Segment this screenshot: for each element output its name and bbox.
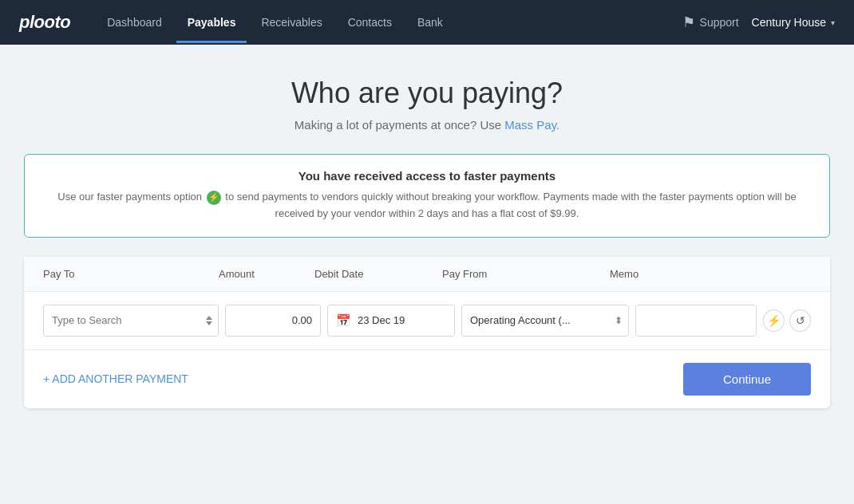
col-header-amount: Amount <box>219 268 314 280</box>
debit-date-field[interactable]: 📅 23 Dec 19 <box>327 305 455 337</box>
col-header-pay-to: Pay To <box>43 268 219 280</box>
support-button[interactable]: ⚑ Support <box>682 14 739 31</box>
amount-input[interactable] <box>225 305 321 337</box>
pay-to-input[interactable] <box>43 305 219 337</box>
col-header-memo: Memo <box>610 268 811 280</box>
page-subtitle: Making a lot of payments at once? Use Ma… <box>295 118 559 132</box>
nav-links: Dashboard Payables Receivables Contacts … <box>96 2 682 43</box>
app-logo[interactable]: plooto <box>19 12 70 33</box>
support-label: Support <box>700 16 739 29</box>
nav-link-receivables[interactable]: Receivables <box>250 2 333 43</box>
lightning-action-icon: ⚡ <box>767 314 781 327</box>
company-selector[interactable]: Century House ▾ <box>752 16 835 29</box>
pay-to-field <box>43 305 219 337</box>
page-content: Who are you paying? Making a lot of paym… <box>0 45 854 427</box>
lightning-icon: ⚡ <box>207 191 221 205</box>
nav-right: ⚑ Support Century House ▾ <box>682 14 835 31</box>
faster-payments-banner: You have received access to faster payme… <box>24 154 830 238</box>
pay-from-select[interactable]: Operating Account (... <box>461 305 629 337</box>
flag-icon: ⚑ <box>682 14 695 31</box>
col-header-pay-from: Pay From <box>442 268 610 280</box>
mass-pay-link[interactable]: Mass Pay. <box>504 118 559 132</box>
banner-title: You have received access to faster payme… <box>47 169 807 183</box>
debit-date-value: 23 Dec 19 <box>358 314 405 326</box>
col-header-debit-date: Debit Date <box>314 268 442 280</box>
company-name: Century House <box>752 16 826 29</box>
banner-body: Use our faster payments option ⚡ to send… <box>47 189 807 222</box>
nav-link-bank[interactable]: Bank <box>406 2 454 43</box>
nav-link-payables[interactable]: Payables <box>176 2 247 43</box>
nav-link-dashboard[interactable]: Dashboard <box>96 2 173 43</box>
memo-input[interactable] <box>635 305 757 337</box>
table-header: Pay To Amount Debit Date Pay From Memo <box>24 257 830 292</box>
chevron-down-icon: ▾ <box>831 18 835 27</box>
repeat-icon: ↺ <box>796 314 805 327</box>
row-actions: ⚡ ↺ <box>763 309 811 332</box>
table-row: 📅 23 Dec 19 Operating Account (... ⚡ ↺ <box>24 292 830 350</box>
nav-link-contacts[interactable]: Contacts <box>337 2 403 43</box>
continue-button[interactable]: Continue <box>683 363 811 396</box>
payment-card: Pay To Amount Debit Date Pay From Memo 📅… <box>24 257 830 408</box>
pay-from-wrapper: Operating Account (... <box>461 305 629 337</box>
add-another-payment-link[interactable]: + ADD ANOTHER PAYMENT <box>43 372 188 385</box>
card-footer: + ADD ANOTHER PAYMENT Continue <box>24 350 830 408</box>
navbar: plooto Dashboard Payables Receivables Co… <box>0 0 854 45</box>
faster-payment-button[interactable]: ⚡ <box>763 309 785 332</box>
page-title: Who are you paying? <box>291 77 563 110</box>
calendar-icon: 📅 <box>336 313 351 328</box>
repeat-payment-button[interactable]: ↺ <box>789 309 811 332</box>
